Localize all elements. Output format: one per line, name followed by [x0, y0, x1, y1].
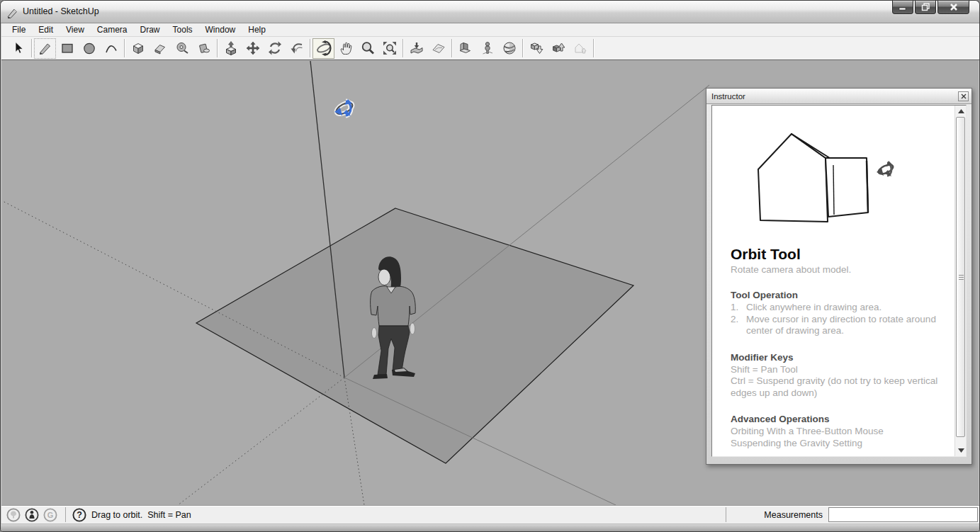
window-bottom-frame [1, 523, 979, 532]
select-tool-button[interactable] [7, 38, 29, 59]
measurements-input[interactable] [828, 507, 978, 522]
push-pull-button[interactable] [220, 38, 242, 59]
instructor-heading: Orbit Tool [731, 246, 947, 263]
drawing-area[interactable]: Instructor [3, 61, 979, 505]
instructor-close-button[interactable] [958, 91, 969, 101]
photo-textures-button[interactable] [454, 38, 476, 59]
title-bar[interactable]: Untitled - SketchUp [1, 1, 979, 23]
instructor-content: Orbit Tool Rotate camera about model. To… [711, 105, 967, 457]
menu-draw[interactable]: Draw [134, 24, 167, 35]
orbit-icon [877, 161, 894, 176]
rotate-tool-button[interactable] [264, 38, 286, 59]
orbit-house-illustration [735, 114, 947, 240]
list-item: 1. Click anywhere in drawing area. [731, 302, 947, 314]
push-pull-icon [224, 41, 238, 55]
offset-icon [290, 41, 304, 55]
toggle-terrain-icon [432, 41, 446, 55]
section-heading-advanced-operations: Advanced Operations [731, 414, 947, 424]
ground-plane-face [196, 208, 633, 463]
get-models-button[interactable] [525, 38, 547, 59]
share-model-button[interactable] [547, 38, 569, 59]
toggle-terrain-button[interactable] [427, 38, 449, 59]
zoom-tool-button[interactable] [356, 38, 378, 59]
share-component-button[interactable] [569, 38, 591, 59]
google-signin-button[interactable]: G [43, 508, 57, 522]
restore-icon [921, 3, 930, 11]
zoom-extents-button[interactable] [378, 38, 400, 59]
geolocation-status-button[interactable] [6, 508, 21, 522]
axis-lower-left-dotted [178, 378, 344, 505]
close-icon [961, 94, 967, 99]
rotate-icon [268, 41, 282, 55]
instructor-panel: Instructor [706, 88, 972, 465]
pencil-icon [38, 41, 52, 55]
eraser-tool-button[interactable] [149, 38, 171, 59]
credit-attribution-button[interactable] [25, 508, 39, 522]
move-tool-button[interactable] [242, 38, 264, 59]
instructor-scrollbar[interactable] [954, 106, 966, 456]
toolbar-separator [310, 39, 310, 57]
section-heading-modifier-keys: Modifier Keys [731, 352, 947, 363]
add-location-button[interactable] [405, 38, 427, 59]
menu-camera[interactable]: Camera [91, 24, 134, 35]
scroll-down-button[interactable] [955, 445, 967, 456]
menu-edit[interactable]: Edit [32, 24, 60, 35]
menu-file[interactable]: File [6, 24, 32, 35]
statusbar-separator [65, 507, 66, 522]
share-component-icon [573, 41, 587, 55]
instructor-title-bar[interactable]: Instructor [706, 89, 971, 104]
google-earth-globe-icon [502, 41, 517, 55]
google-earth-button[interactable] [498, 38, 520, 59]
get-models-icon [529, 41, 543, 55]
offset-tool-button[interactable] [286, 38, 308, 59]
scroll-up-button[interactable] [955, 106, 967, 117]
modifier-key-ctrl: Ctrl = Suspend gravity (do not try to ke… [731, 375, 943, 399]
svg-text:?: ? [77, 510, 82, 520]
help-button[interactable]: ? [72, 508, 86, 522]
question-mark-icon: ? [72, 508, 86, 522]
menu-view[interactable]: View [60, 24, 91, 35]
close-button[interactable] [937, 1, 969, 14]
rectangle-icon [60, 41, 74, 55]
arrow-down-icon [958, 448, 964, 453]
list-number: 2. [731, 314, 746, 337]
line-tool-button[interactable] [34, 38, 56, 59]
scrollbar-thumb[interactable] [956, 117, 965, 437]
toolbar-separator [451, 39, 452, 57]
tape-measure-button[interactable] [171, 38, 193, 59]
minimize-button[interactable] [892, 1, 913, 14]
menu-window[interactable]: Window [199, 24, 242, 35]
pan-tool-button[interactable] [334, 38, 356, 59]
tape-measure-icon [175, 41, 189, 55]
circle-icon [82, 41, 96, 55]
orbit-tool-button[interactable] [312, 38, 334, 59]
advanced-link-gravity[interactable]: Suspending the Gravity Setting [731, 438, 947, 450]
modifier-key-shift: Shift = Pan Tool [731, 364, 943, 376]
restore-button[interactable] [915, 1, 936, 14]
advanced-link-orbiting[interactable]: Orbiting With a Three-Button Mouse [731, 426, 947, 438]
status-hint-text: Drag to orbit. Shift = Pan [91, 510, 191, 520]
photo-textures-building-icon [458, 41, 473, 55]
minimize-icon [899, 3, 907, 11]
statusbar-separator [726, 507, 726, 522]
arc-tool-button[interactable] [100, 38, 122, 59]
paint-bucket-icon [197, 41, 211, 55]
menu-tools[interactable]: Tools [167, 24, 199, 35]
scrollbar-grip [959, 277, 964, 278]
orbit-cursor-icon [334, 99, 354, 116]
toolbar-separator [402, 39, 403, 57]
instructor-description: Rotate camera about model. [731, 264, 947, 275]
sketchup-window: Untitled - SketchUp File Edit View Camer… [0, 0, 980, 532]
status-bar: G ? Drag to orbit. Shift = Pan Measureme… [1, 505, 980, 523]
building-maker-button[interactable] [476, 38, 498, 59]
menu-help[interactable]: Help [242, 24, 272, 35]
paint-bucket-button[interactable] [193, 38, 215, 59]
toolbar [1, 37, 980, 60]
pan-hand-icon [339, 41, 353, 55]
toolbar-separator [593, 39, 594, 57]
close-icon [950, 3, 958, 11]
make-component-button[interactable] [127, 38, 149, 59]
circle-tool-button[interactable] [78, 38, 100, 59]
list-text: Click anywhere in drawing area. [746, 302, 882, 314]
rectangle-tool-button[interactable] [56, 38, 78, 59]
